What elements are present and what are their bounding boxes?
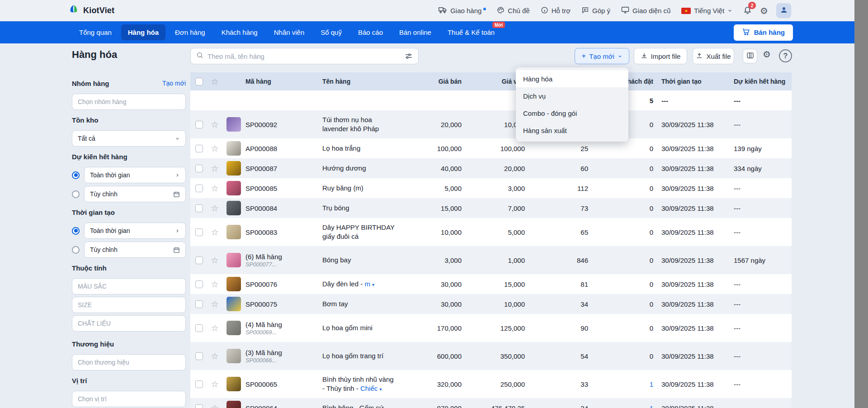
stock-filter-select[interactable]: Tất cả bbox=[72, 130, 186, 147]
created-alltime-option[interactable]: Toàn thời gian bbox=[84, 223, 186, 239]
product-row[interactable]: ☆(6) Mã hàngSP000077...Bóng bay3,0001,00… bbox=[190, 246, 792, 274]
topbar-item-support[interactable]: Hỗ trợ bbox=[541, 6, 571, 15]
product-row[interactable]: ☆AP000088Lọ hoa trắng100,000100,00025030… bbox=[190, 138, 792, 158]
column-header-cost[interactable]: Giá vốn bbox=[462, 78, 525, 85]
row-checkbox[interactable] bbox=[195, 404, 203, 408]
nav-item-b-o-c-o[interactable]: Báo cáo bbox=[351, 24, 390, 40]
gear-icon[interactable]: ⚙ bbox=[760, 6, 768, 15]
radio-selected[interactable] bbox=[72, 227, 80, 235]
favorite-star-icon[interactable]: ☆ bbox=[211, 324, 218, 332]
row-checkbox[interactable] bbox=[195, 228, 203, 236]
radio-selected[interactable] bbox=[72, 171, 80, 179]
nav-item--n-h-ng[interactable]: Đơn hàng bbox=[168, 24, 212, 40]
topbar-item-feedback[interactable]: Góp ý bbox=[581, 6, 610, 15]
user-avatar-button[interactable] bbox=[776, 3, 791, 18]
topbar-item-delivery[interactable]: Giao hàng bbox=[439, 6, 486, 15]
create-menu-item[interactable]: Dịch vụ bbox=[516, 87, 628, 104]
column-header-created[interactable]: Thời gian tạo bbox=[653, 78, 726, 85]
row-checkbox[interactable] bbox=[195, 165, 203, 172]
favorite-star-icon[interactable]: ☆ bbox=[211, 352, 218, 361]
attribute-material-input[interactable] bbox=[72, 315, 186, 332]
row-checkbox[interactable] bbox=[195, 380, 203, 388]
product-row[interactable]: ☆SP000084Trụ bóng15,0007,00073030/09/202… bbox=[190, 198, 792, 218]
favorite-star-icon[interactable]: ☆ bbox=[211, 184, 218, 193]
attribute-color-input[interactable] bbox=[72, 278, 186, 294]
nav-item-thu-k-to-n[interactable]: Thuế & Kế toánMới bbox=[441, 24, 501, 40]
help-button[interactable]: ? bbox=[779, 49, 792, 62]
brand[interactable]: KiotViet bbox=[68, 4, 114, 18]
search-input[interactable] bbox=[208, 52, 401, 60]
favorite-star-icon[interactable]: ☆ bbox=[211, 280, 218, 289]
row-checkbox[interactable] bbox=[195, 280, 203, 288]
row-checkbox[interactable] bbox=[195, 300, 203, 308]
product-row[interactable]: ☆(3) Mã hàngSP000066...Lọ hoa gốm trang … bbox=[190, 342, 792, 370]
export-file-button[interactable]: Xuất file bbox=[693, 48, 734, 64]
ordered-quantity-link[interactable]: 1 bbox=[650, 404, 653, 408]
favorite-star-icon[interactable]: ☆ bbox=[211, 256, 218, 265]
row-checkbox[interactable] bbox=[195, 204, 203, 212]
product-row[interactable]: ☆SP000064Bình bông - Gốm sứ970,000476,47… bbox=[190, 398, 792, 408]
product-code: (4) Mã hàng bbox=[245, 321, 322, 328]
favorite-star-icon[interactable]: ☆ bbox=[211, 120, 218, 129]
favorite-star-icon[interactable]: ☆ bbox=[211, 380, 218, 389]
row-checkbox[interactable] bbox=[195, 256, 203, 264]
columns-config-button[interactable] bbox=[743, 49, 757, 63]
create-menu-item[interactable]: Hàng hóa bbox=[516, 70, 628, 87]
column-header-forecast[interactable]: Dự kiến hết hàng bbox=[726, 78, 792, 85]
nav-item-t-ng-quan[interactable]: Tổng quan bbox=[72, 24, 118, 40]
favorite-star-icon[interactable]: ☆ bbox=[211, 300, 218, 308]
row-checkbox[interactable] bbox=[195, 121, 203, 128]
ordered-quantity-link[interactable]: 1 bbox=[650, 380, 653, 388]
variant-expand-link[interactable]: Chiếc ▾ bbox=[359, 384, 382, 392]
create-new-button[interactable]: + Tạo mới bbox=[575, 48, 629, 64]
row-checkbox[interactable] bbox=[195, 352, 203, 360]
nav-item-s-qu-[interactable]: Sổ quỹ bbox=[314, 24, 349, 40]
select-all-checkbox[interactable] bbox=[195, 78, 203, 85]
radio-unselected[interactable] bbox=[72, 246, 80, 254]
topbar-item-theme[interactable]: Chủ đề bbox=[497, 6, 529, 15]
favorite-star-icon[interactable]: ☆ bbox=[211, 144, 218, 153]
create-group-link[interactable]: Tạo mới bbox=[162, 80, 186, 87]
group-filter-input[interactable] bbox=[72, 94, 186, 110]
column-header-name[interactable]: Tên hàng bbox=[322, 78, 426, 85]
row-checkbox[interactable] bbox=[195, 145, 203, 152]
brand-filter-input[interactable] bbox=[72, 354, 186, 370]
product-row[interactable]: ☆SP000075Bơm tay30,00010,00034030/09/202… bbox=[190, 294, 792, 314]
favorite-star-icon[interactable]: ☆ bbox=[211, 404, 218, 408]
table-settings-gear-icon[interactable]: ⚙ bbox=[763, 50, 771, 59]
forecast-alltime-option[interactable]: Toàn thời gian bbox=[84, 167, 186, 183]
radio-unselected[interactable] bbox=[72, 190, 80, 198]
created-custom-option[interactable]: Tùy chỉnh bbox=[84, 242, 186, 258]
nav-item-nh-n-vi-n[interactable]: Nhân viên bbox=[267, 24, 311, 40]
variant-expand-link[interactable]: m ▾ bbox=[363, 280, 374, 288]
column-header-price[interactable]: Giá bán bbox=[426, 78, 462, 85]
sell-button[interactable]: Bán hàng bbox=[734, 24, 793, 41]
notifications-button[interactable]: 2 bbox=[743, 5, 752, 16]
product-name: Dây HAPPY BIRTHDAYgiấy đuôi cá bbox=[322, 223, 426, 242]
filter-sliders-icon[interactable] bbox=[405, 52, 413, 60]
favorite-star-icon[interactable]: ☆ bbox=[211, 228, 218, 237]
column-header-code[interactable]: Mã hàng bbox=[245, 78, 322, 85]
row-checkbox[interactable] bbox=[195, 185, 203, 192]
create-menu-item[interactable]: Hàng sản xuất bbox=[516, 122, 628, 139]
product-row[interactable]: ☆SP000092Túi thơm nụ hoalavender khô Phá… bbox=[190, 110, 792, 138]
forecast-custom-option[interactable]: Tùy chỉnh bbox=[84, 186, 186, 202]
favorite-star-icon[interactable]: ☆ bbox=[211, 164, 218, 173]
nav-item-kh-ch-h-ng[interactable]: Khách hàng bbox=[215, 24, 264, 40]
nav-item-b-n-online[interactable]: Bán online bbox=[392, 24, 438, 40]
product-row[interactable]: ☆(4) Mã hàngSP000069...Lọ hoa gốm mini17… bbox=[190, 314, 792, 342]
create-menu-item[interactable]: Combo - đóng gói bbox=[516, 104, 628, 122]
nav-item-h-ng-h-a[interactable]: Hàng hóa bbox=[121, 24, 165, 40]
favorite-star-icon[interactable]: ☆ bbox=[211, 204, 218, 213]
topbar-item-legacy-ui[interactable]: Giao diện cũ bbox=[621, 6, 670, 15]
product-row[interactable]: ☆SP000083Dây HAPPY BIRTHDAYgiấy đuôi cá1… bbox=[190, 218, 792, 246]
location-filter-input[interactable] bbox=[72, 391, 186, 407]
language-selector[interactable]: ★ Tiếng Việt bbox=[681, 7, 732, 14]
product-row[interactable]: ☆SP000065Bình thủy tinh nhũ vàng- Thủy t… bbox=[190, 370, 792, 398]
product-row[interactable]: ☆SP000085Ruy băng (m)5,0003,000112030/09… bbox=[190, 178, 792, 198]
import-file-button[interactable]: Import file bbox=[634, 48, 687, 64]
attribute-size-input[interactable] bbox=[72, 297, 186, 313]
row-checkbox[interactable] bbox=[195, 324, 203, 332]
product-row[interactable]: ☆SP000076Dây đèn led - m ▾30,00015,00081… bbox=[190, 274, 792, 294]
product-row[interactable]: ☆SP000087Hướng dương40,00020,00060030/09… bbox=[190, 158, 792, 178]
